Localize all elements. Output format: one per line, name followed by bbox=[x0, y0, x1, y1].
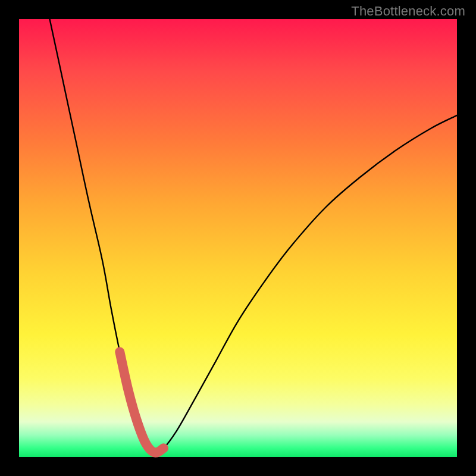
bottleneck-curve-path bbox=[50, 19, 458, 453]
bottleneck-curve-svg bbox=[19, 19, 457, 457]
chart-plot-area bbox=[19, 19, 457, 457]
watermark-text: TheBottleneck.com bbox=[351, 4, 465, 19]
highlight-segment-path bbox=[120, 352, 164, 452]
